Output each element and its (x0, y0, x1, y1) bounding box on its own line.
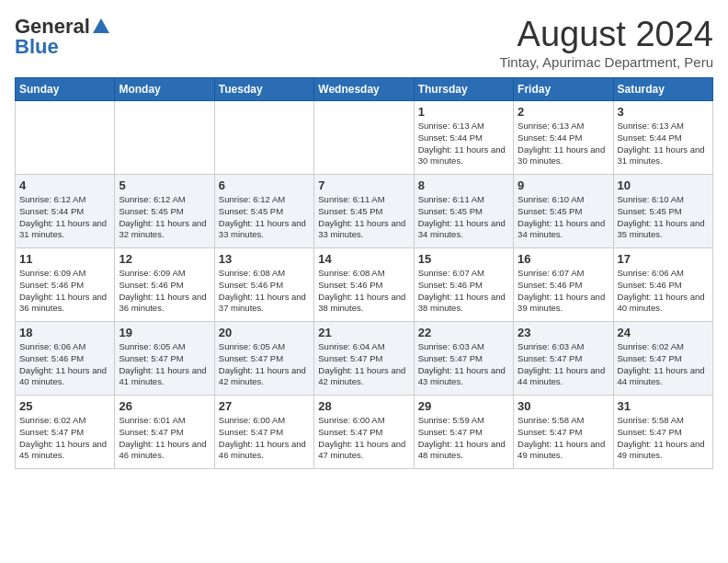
day-info: Sunrise: 6:00 AMSunset: 5:47 PMDaylight:… (318, 415, 409, 462)
day-header-tuesday: Tuesday (214, 78, 313, 101)
day-number: 23 (518, 326, 609, 339)
day-number: 20 (219, 326, 310, 339)
calendar-cell: 1Sunrise: 6:13 AMSunset: 5:44 PMDaylight… (414, 101, 513, 175)
day-number: 7 (318, 178, 409, 192)
calendar-cell: 4Sunrise: 6:12 AMSunset: 5:44 PMDaylight… (16, 175, 115, 248)
day-header-sunday: Sunday (16, 78, 115, 101)
calendar-cell: 27Sunrise: 6:00 AMSunset: 5:47 PMDayligh… (214, 396, 313, 469)
day-number: 11 (19, 252, 110, 266)
calendar-cell: 15Sunrise: 6:07 AMSunset: 5:46 PMDayligh… (414, 248, 513, 322)
day-info: Sunrise: 6:03 AMSunset: 5:47 PMDaylight:… (518, 341, 609, 388)
calendar-cell: 17Sunrise: 6:06 AMSunset: 5:46 PMDayligh… (613, 248, 712, 322)
day-number: 12 (119, 252, 210, 266)
day-number: 19 (119, 326, 210, 339)
day-number: 9 (518, 178, 609, 192)
day-number: 13 (219, 252, 310, 266)
day-number: 21 (318, 326, 409, 339)
day-number: 29 (418, 399, 509, 413)
calendar-week-row: 11Sunrise: 6:09 AMSunset: 5:46 PMDayligh… (16, 248, 713, 322)
calendar-cell: 18Sunrise: 6:06 AMSunset: 5:46 PMDayligh… (16, 322, 115, 396)
calendar-cell: 29Sunrise: 5:59 AMSunset: 5:47 PMDayligh… (414, 396, 513, 469)
day-number: 27 (219, 399, 310, 413)
page-header: General Blue August 2024 Tintay, Apurima… (15, 15, 713, 70)
day-info: Sunrise: 6:12 AMSunset: 5:45 PMDaylight:… (219, 194, 310, 241)
logo-icon (91, 17, 111, 37)
calendar-cell: 24Sunrise: 6:02 AMSunset: 5:47 PMDayligh… (613, 322, 712, 396)
calendar-cell: 5Sunrise: 6:12 AMSunset: 5:45 PMDaylight… (115, 175, 214, 248)
day-info: Sunrise: 5:59 AMSunset: 5:47 PMDaylight:… (418, 415, 509, 462)
day-info: Sunrise: 6:12 AMSunset: 5:45 PMDaylight:… (119, 194, 210, 241)
calendar-week-row: 1Sunrise: 6:13 AMSunset: 5:44 PMDaylight… (16, 101, 713, 175)
day-info: Sunrise: 6:13 AMSunset: 5:44 PMDaylight:… (418, 121, 509, 167)
day-number: 22 (418, 326, 509, 339)
calendar-cell: 14Sunrise: 6:08 AMSunset: 5:46 PMDayligh… (314, 248, 414, 322)
day-info: Sunrise: 6:08 AMSunset: 5:46 PMDaylight:… (318, 268, 409, 315)
calendar-week-row: 18Sunrise: 6:06 AMSunset: 5:46 PMDayligh… (16, 322, 713, 396)
day-info: Sunrise: 6:12 AMSunset: 5:44 PMDaylight:… (19, 194, 110, 241)
calendar-cell: 20Sunrise: 6:05 AMSunset: 5:47 PMDayligh… (214, 322, 313, 396)
calendar-cell: 22Sunrise: 6:03 AMSunset: 5:47 PMDayligh… (414, 322, 513, 396)
calendar-title: August 2024 (499, 15, 713, 54)
day-info: Sunrise: 6:13 AMSunset: 5:44 PMDaylight:… (518, 121, 609, 167)
calendar-cell (16, 101, 115, 175)
calendar-cell: 21Sunrise: 6:04 AMSunset: 5:47 PMDayligh… (314, 322, 414, 396)
day-info: Sunrise: 6:05 AMSunset: 5:47 PMDaylight:… (119, 341, 210, 388)
day-info: Sunrise: 6:11 AMSunset: 5:45 PMDaylight:… (318, 194, 409, 241)
calendar-subtitle: Tintay, Apurimac Department, Peru (499, 54, 713, 70)
calendar-cell (314, 101, 414, 175)
calendar-cell: 23Sunrise: 6:03 AMSunset: 5:47 PMDayligh… (514, 322, 613, 396)
day-number: 2 (518, 105, 609, 119)
day-header-monday: Monday (115, 78, 214, 101)
day-number: 3 (618, 105, 709, 119)
day-number: 24 (618, 326, 709, 339)
calendar-cell: 3Sunrise: 6:13 AMSunset: 5:44 PMDaylight… (613, 101, 712, 175)
calendar-cell: 8Sunrise: 6:11 AMSunset: 5:45 PMDaylight… (414, 175, 513, 248)
calendar-week-row: 25Sunrise: 6:02 AMSunset: 5:47 PMDayligh… (16, 396, 713, 469)
calendar-cell: 13Sunrise: 6:08 AMSunset: 5:46 PMDayligh… (214, 248, 313, 322)
day-number: 18 (19, 326, 110, 339)
day-info: Sunrise: 6:01 AMSunset: 5:47 PMDaylight:… (119, 415, 210, 462)
day-info: Sunrise: 6:06 AMSunset: 5:46 PMDaylight:… (618, 268, 709, 315)
day-info: Sunrise: 6:02 AMSunset: 5:47 PMDaylight:… (618, 341, 709, 388)
day-info: Sunrise: 6:10 AMSunset: 5:45 PMDaylight:… (618, 194, 709, 241)
day-info: Sunrise: 6:11 AMSunset: 5:45 PMDaylight:… (418, 194, 509, 241)
logo: General Blue (15, 15, 112, 59)
calendar-cell: 9Sunrise: 6:10 AMSunset: 5:45 PMDaylight… (514, 175, 613, 248)
day-info: Sunrise: 6:08 AMSunset: 5:46 PMDaylight:… (219, 268, 310, 315)
calendar-table: SundayMondayTuesdayWednesdayThursdayFrid… (15, 77, 713, 469)
day-number: 8 (418, 178, 509, 192)
day-info: Sunrise: 5:58 AMSunset: 5:47 PMDaylight:… (618, 415, 709, 462)
calendar-cell: 10Sunrise: 6:10 AMSunset: 5:45 PMDayligh… (613, 175, 712, 248)
day-number: 10 (618, 178, 709, 192)
day-info: Sunrise: 6:04 AMSunset: 5:47 PMDaylight:… (318, 341, 409, 388)
calendar-cell: 31Sunrise: 5:58 AMSunset: 5:47 PMDayligh… (613, 396, 712, 469)
day-number: 30 (518, 399, 609, 413)
calendar-cell (214, 101, 313, 175)
day-info: Sunrise: 6:06 AMSunset: 5:46 PMDaylight:… (19, 341, 110, 388)
day-number: 31 (618, 399, 709, 413)
day-info: Sunrise: 6:00 AMSunset: 5:47 PMDaylight:… (219, 415, 310, 462)
calendar-cell: 11Sunrise: 6:09 AMSunset: 5:46 PMDayligh… (16, 248, 115, 322)
calendar-cell: 25Sunrise: 6:02 AMSunset: 5:47 PMDayligh… (16, 396, 115, 469)
day-info: Sunrise: 6:03 AMSunset: 5:47 PMDaylight:… (418, 341, 509, 388)
day-info: Sunrise: 6:10 AMSunset: 5:45 PMDaylight:… (518, 194, 609, 241)
day-info: Sunrise: 6:07 AMSunset: 5:46 PMDaylight:… (418, 268, 509, 315)
calendar-cell: 28Sunrise: 6:00 AMSunset: 5:47 PMDayligh… (314, 396, 414, 469)
day-number: 5 (119, 178, 210, 192)
calendar-week-row: 4Sunrise: 6:12 AMSunset: 5:44 PMDaylight… (16, 175, 713, 248)
day-info: Sunrise: 6:05 AMSunset: 5:47 PMDaylight:… (219, 341, 310, 388)
day-number: 15 (418, 252, 509, 266)
day-info: Sunrise: 6:09 AMSunset: 5:46 PMDaylight:… (119, 268, 210, 315)
day-number: 6 (219, 178, 310, 192)
calendar-cell: 19Sunrise: 6:05 AMSunset: 5:47 PMDayligh… (115, 322, 214, 396)
days-header-row: SundayMondayTuesdayWednesdayThursdayFrid… (16, 78, 713, 101)
day-header-thursday: Thursday (414, 78, 513, 101)
calendar-cell: 2Sunrise: 6:13 AMSunset: 5:44 PMDaylight… (514, 101, 613, 175)
day-number: 25 (19, 399, 110, 413)
calendar-cell: 7Sunrise: 6:11 AMSunset: 5:45 PMDaylight… (314, 175, 414, 248)
calendar-cell: 26Sunrise: 6:01 AMSunset: 5:47 PMDayligh… (115, 396, 214, 469)
svg-marker-0 (93, 18, 109, 33)
day-header-friday: Friday (514, 78, 613, 101)
calendar-cell: 6Sunrise: 6:12 AMSunset: 5:45 PMDaylight… (214, 175, 313, 248)
day-info: Sunrise: 6:07 AMSunset: 5:46 PMDaylight:… (518, 268, 609, 315)
